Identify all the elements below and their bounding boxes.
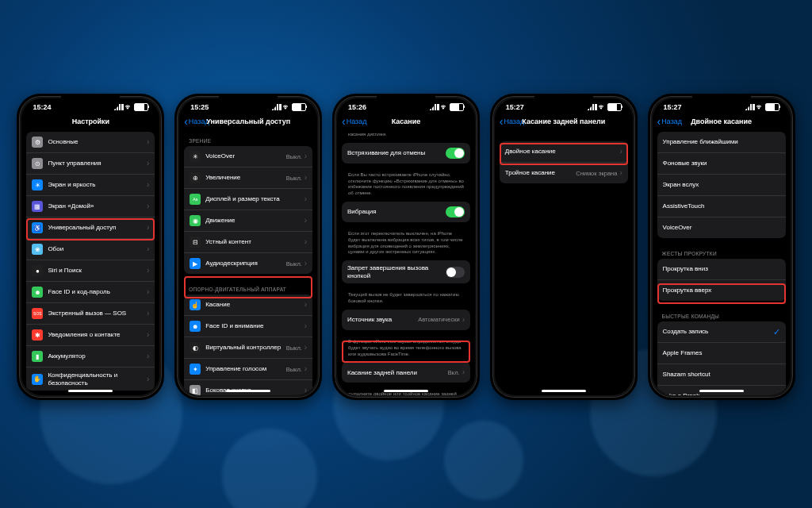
row-apple-frames[interactable]: Apple Frames: [657, 343, 786, 364]
виртуальный-контроллер-icon: ◐: [190, 342, 201, 353]
row-label: VoiceOver: [663, 224, 780, 232]
wifi-icon: ᯤ: [599, 103, 606, 111]
back-button[interactable]: Назад: [342, 117, 366, 125]
row-устный-контент[interactable]: ⊟ Устный контент: [184, 232, 312, 253]
row-label: Аккумулятор: [48, 352, 147, 360]
row-фоновые-звуки[interactable]: Фоновые звуки: [657, 153, 786, 175]
row-shake-undo[interactable]: Встряхивание для отмены: [342, 143, 470, 164]
row-label: Apple Frames: [663, 349, 780, 357]
home-indicator[interactable]: [699, 390, 744, 392]
row-shazam-shortcut[interactable]: Shazam shortcut: [657, 364, 786, 386]
chevron-icon: [304, 196, 307, 202]
row-касание[interactable]: ☝ Касание: [184, 294, 312, 316]
row-управление-ближайшими[interactable]: Управление ближайшими: [657, 132, 786, 153]
row-prevent-lock[interactable]: Запрет завершения вызова кнопкой: [342, 260, 470, 283]
voiceover-icon: ✳: [190, 151, 201, 162]
row-label: Дисплей и размер текста: [205, 195, 304, 203]
row-прокрутка-вверх[interactable]: Прокрутка вверх: [657, 280, 786, 301]
row-label: Тройное касание: [505, 169, 576, 177]
row-экран-и-яркость[interactable]: ☀ Экран и яркость: [26, 175, 155, 196]
row-label: Shazam shortcut: [663, 371, 780, 379]
home-indicator[interactable]: [226, 390, 270, 392]
row-voiceover[interactable]: VoiceOver: [657, 217, 786, 238]
section-scroll: Жесты прокрутки: [657, 244, 786, 259]
row-аккумулятор[interactable]: ▮ Аккумулятор: [26, 346, 155, 368]
chevron-icon: [304, 387, 307, 394]
row-универсальный-доступ[interactable]: ♿ Универсальный доступ: [26, 217, 155, 239]
face-id-и-внимание-icon: ☻: [190, 321, 201, 332]
row-экран-домой-[interactable]: ▦ Экран «Домой»: [26, 196, 155, 217]
row-уведомления-о-контакте[interactable]: ✱ Уведомления о контакте: [26, 325, 155, 346]
clock: 15:27: [664, 103, 682, 111]
row-label: Фоновые звуки: [663, 160, 780, 167]
row-label: Экран вслух: [663, 181, 780, 189]
row-label: Уведомления о контакте: [48, 331, 147, 339]
chevron-icon: [304, 239, 307, 245]
toggle-vibration[interactable]: [446, 206, 465, 217]
home-indicator[interactable]: [542, 390, 586, 392]
siri-и-поиск-icon: ●: [32, 265, 43, 276]
clock: 15:27: [506, 103, 524, 111]
toggle-lock[interactable]: [446, 267, 465, 278]
row-конфиденциальность-и-без[interactable]: ✋ Конфиденциальность и безопасность: [26, 368, 155, 391]
row-основные[interactable]: ⚙ Основные: [26, 132, 155, 153]
chevron-icon: [304, 302, 307, 308]
экран-и-яркость-icon: ☀: [32, 179, 43, 190]
wifi-icon: ᯤ: [441, 103, 448, 111]
page-title: Двойное касание: [691, 117, 752, 125]
battery-icon: [292, 103, 306, 111]
пункт-управления-icon: ⊙: [32, 158, 43, 169]
home-indicator[interactable]: [68, 390, 113, 392]
toggle-shake[interactable]: [446, 148, 465, 159]
footer-lock: Текущий вызов не будет завершаться по на…: [342, 290, 470, 310]
row-face-id-и-код-пароль[interactable]: ☻ Face ID и код-пароль: [26, 282, 155, 303]
row-value: Снимок экрана: [576, 170, 617, 177]
row-voiceover[interactable]: ✳ VoiceOver Выкл.: [184, 146, 312, 167]
phone-back-tap: 15:27 ᯤ Назад Касание задней панели Двой…: [490, 94, 638, 400]
row-увеличение[interactable]: ⊕ Увеличение Выкл.: [184, 167, 312, 189]
face-id-и-код-пароль-icon: ☻: [32, 287, 43, 298]
row-label: Face ID и код-пароль: [48, 288, 147, 296]
row-экстренный-вызов-sos[interactable]: SOS Экстренный вызов — SOS: [26, 303, 155, 325]
chevron-icon: [304, 260, 307, 267]
row-assistivetouch[interactable]: AssistiveTouch: [657, 196, 786, 217]
back-button[interactable]: Назад: [657, 117, 682, 125]
footer-shake: Если Вы часто встряхиваете iPhone случай…: [342, 170, 470, 202]
row-управление-голосом[interactable]: ✦ Управление голосом Выкл.: [184, 359, 312, 380]
row-двойное-касание[interactable]: Двойное касание: [500, 141, 628, 163]
row-тройное-касание[interactable]: Тройное касание Снимок экрана: [500, 163, 628, 183]
row-siri-и-поиск[interactable]: ● Siri и Поиск: [26, 260, 155, 282]
row-label: Face ID и внимание: [205, 322, 304, 330]
дисплей-и-размер-текста-icon: Aa: [190, 194, 201, 205]
row-движение[interactable]: ◉ Движение: [184, 210, 312, 232]
clock: 15:26: [348, 103, 366, 111]
battery-icon: [450, 103, 464, 111]
row-label: Создать запись: [663, 328, 773, 336]
page-title: Касание задней панели: [522, 117, 605, 125]
phone-double-tap: 15:27 ᯤ Назад Двойное касание Управление…: [648, 94, 795, 400]
row-пункт-управления[interactable]: ⊙ Пункт управления: [26, 153, 155, 175]
row-value: Выкл.: [286, 260, 302, 267]
row-дисплей-и-размер-текста[interactable]: Aa Дисплей и размер текста: [184, 189, 312, 210]
row-value: Выкл.: [286, 366, 302, 373]
home-indicator[interactable]: [384, 390, 428, 392]
универсальный-доступ-icon: ♿: [32, 222, 43, 233]
row-создать-запись[interactable]: Создать запись: [657, 321, 786, 343]
row-экран-вслух[interactable]: Экран вслух: [657, 175, 786, 196]
row-face-id-и-внимание[interactable]: ☻ Face ID и внимание: [184, 316, 312, 337]
аудиодескрипция-icon: ▶: [190, 258, 201, 269]
row-обои[interactable]: ❀ Обои: [26, 239, 155, 260]
row-audio-route[interactable]: Источник звукаАвтоматически: [342, 310, 470, 330]
устный-контент-icon: ⊟: [190, 237, 201, 248]
row-виртуальный-контроллер[interactable]: ◐ Виртуальный контроллер Выкл.: [184, 337, 312, 359]
back-button[interactable]: Назад: [500, 117, 524, 125]
row-back-tap[interactable]: Касание задней панелиВкл.: [342, 362, 470, 383]
обои-icon: ❀: [32, 244, 43, 255]
row-боковая-кнопка[interactable]: ◧ Боковая кнопка: [184, 380, 312, 395]
row-прокрутка-вниз[interactable]: Прокрутка вниз: [657, 259, 786, 280]
back-button[interactable]: Назад: [184, 117, 209, 125]
row-аудиодескрипция[interactable]: ▶ Аудиодескрипция Выкл.: [184, 253, 312, 274]
увеличение-icon: ⊕: [190, 172, 201, 183]
row-label: VoiceOver: [205, 152, 285, 160]
row-vibration[interactable]: Вибрация: [342, 202, 470, 222]
